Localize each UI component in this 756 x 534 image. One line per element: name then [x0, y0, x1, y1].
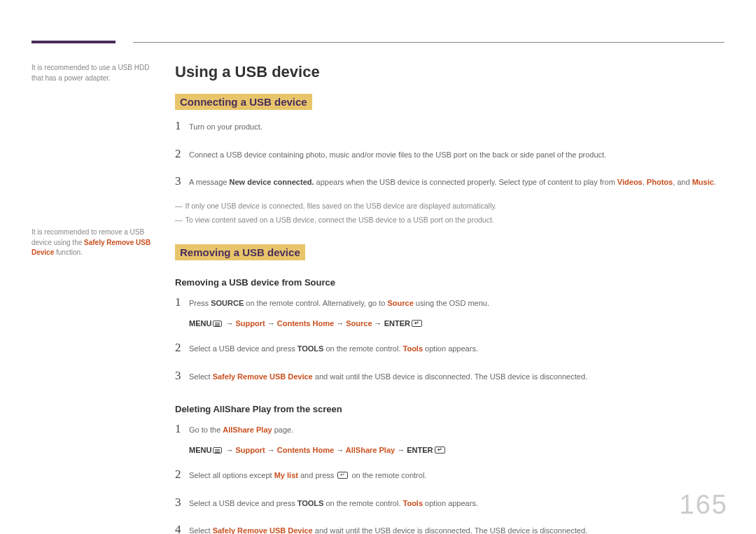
source-step-1: 1 Press SOURCE on the remote control. Al…	[175, 293, 724, 329]
subheading-from-source: Removing a USB device from Source	[175, 277, 724, 288]
step-body: Select Safely Remove USB Device and wait…	[189, 525, 724, 534]
text: and wait until the USB device is disconn…	[313, 526, 587, 534]
text: Select	[189, 526, 213, 534]
text: .	[714, 178, 716, 186]
allshare-step-2: 2 Select all options except My list and …	[175, 465, 724, 484]
page: It is recommended to use a USB HDD that …	[0, 0, 756, 534]
text: A message	[189, 178, 229, 186]
source-link: Source	[388, 299, 414, 307]
arrow: →	[265, 319, 277, 328]
text: option appears.	[423, 344, 478, 353]
menu-label: MENU	[189, 319, 211, 328]
step-number: 4	[175, 521, 189, 534]
enter-label: ENTER	[384, 319, 410, 328]
text: and press	[298, 471, 336, 479]
sidebar-note-1: It is recommended to use a USB HDD that …	[31, 63, 160, 83]
content-columns: It is recommended to use a USB HDD that …	[31, 63, 724, 534]
step-number: 3	[175, 493, 189, 512]
section-heading-removing: Removing a USB device	[175, 244, 305, 260]
text: on the remote control. Alternatively, go…	[244, 299, 387, 307]
step-body: Select a USB device and press TOOLS on t…	[189, 498, 724, 510]
menu-icon	[213, 321, 222, 327]
connect-step-1: 1 Turn on your product.	[175, 117, 724, 135]
arrow: →	[334, 446, 346, 454]
text: Select a USB device and press	[189, 499, 298, 507]
text: using the OSD menu.	[414, 299, 489, 307]
step-body: Press SOURCE on the remote control. Alte…	[189, 297, 724, 329]
menu-path: MENU → Support → Contents Home → Source …	[189, 318, 724, 330]
connect-step-2: 2 Connect a USB device containing photo,…	[175, 145, 724, 163]
step-body: Connect a USB device containing photo, m…	[189, 149, 724, 161]
menu-label: MENU	[189, 446, 211, 454]
text: on the remote control.	[323, 499, 402, 507]
step-number: 2	[175, 145, 189, 163]
allshare-step-1: 1 Go to the AllShare Play page. MENU → S…	[175, 420, 724, 456]
text: on the remote control.	[349, 471, 426, 479]
text: Select all options except	[189, 471, 274, 479]
note-line-2: To view content saved on a USB device, c…	[175, 214, 724, 226]
arrow: →	[223, 319, 235, 328]
my-list-link: My list	[274, 471, 298, 479]
page-number: 165	[680, 490, 728, 520]
subheading-allshare: Deleting AllShare Play from the screen	[175, 404, 724, 414]
menu-path: MENU → Support → Contents Home → AllShar…	[189, 444, 724, 456]
path-contents-home: Contents Home	[277, 319, 334, 328]
arrow: →	[334, 319, 346, 328]
path-source: Source	[346, 319, 372, 328]
enter-icon	[412, 320, 422, 327]
enter-icon	[435, 447, 445, 454]
safely-remove-link: Safely Remove USB Device	[213, 372, 313, 381]
step-body: A message New device connected. appears …	[189, 176, 724, 188]
source-step-3: 3 Select Safely Remove USB Device and wa…	[175, 367, 724, 385]
path-contents-home: Contents Home	[277, 446, 334, 454]
text: Press	[189, 299, 211, 307]
photos-link: Photos	[647, 178, 673, 186]
arrow: →	[265, 446, 277, 454]
menu-icon	[213, 447, 222, 454]
enter-icon	[337, 472, 348, 479]
bold-text: TOOLS	[298, 344, 324, 353]
step-body: Select a USB device and press TOOLS on t…	[189, 343, 724, 355]
step-number: 2	[175, 465, 189, 484]
main-column: Using a USB device Connecting a USB devi…	[175, 63, 724, 534]
step-body: Go to the AllShare Play page. MENU → Sup…	[189, 424, 724, 456]
accent-bar	[31, 41, 115, 43]
tools-link: Tools	[403, 499, 424, 507]
path-support: Support	[236, 446, 265, 454]
step-number: 1	[175, 420, 189, 438]
music-link: Music	[692, 178, 714, 186]
sidebar-note-2-post: function.	[54, 248, 83, 256]
step-body: Select all options except My list and pr…	[189, 470, 724, 482]
connect-step-3: 3 A message New device connected. appear…	[175, 172, 724, 190]
allshare-step-4: 4 Select Safely Remove USB Device and wa…	[175, 521, 724, 534]
page-title: Using a USB device	[175, 63, 724, 81]
text: on the remote control.	[323, 344, 402, 353]
bold-text: TOOLS	[298, 499, 324, 507]
allshare-play-link: AllShare Play	[223, 426, 272, 434]
step-number: 1	[175, 293, 189, 311]
divider	[133, 42, 724, 43]
path-support: Support	[236, 319, 265, 328]
source-step-2: 2 Select a USB device and press TOOLS on…	[175, 339, 724, 357]
text: , and	[673, 178, 692, 186]
bold-text: New device connected.	[229, 178, 314, 186]
step-number: 1	[175, 117, 189, 135]
text: and wait until the USB device is disconn…	[313, 372, 587, 381]
text: Go to the	[189, 426, 223, 434]
section-heading-connecting: Connecting a USB device	[175, 94, 312, 110]
sidebar: It is recommended to use a USB HDD that …	[31, 63, 175, 534]
allshare-step-3: 3 Select a USB device and press TOOLS on…	[175, 493, 724, 512]
tools-link: Tools	[403, 344, 424, 353]
videos-link: Videos	[617, 178, 643, 186]
sidebar-note-2: It is recommended to remove a USB device…	[31, 227, 160, 258]
header-rule	[31, 41, 724, 43]
path-allshare-play: AllShare Play	[346, 446, 395, 454]
arrow: →	[395, 446, 407, 454]
bold-text: SOURCE	[211, 299, 244, 307]
step-number: 3	[175, 172, 189, 190]
arrow: →	[372, 319, 384, 328]
safely-remove-link: Safely Remove USB Device	[213, 526, 313, 534]
text: Select	[189, 372, 213, 381]
enter-label: ENTER	[407, 446, 433, 454]
step-body: Select Safely Remove USB Device and wait…	[189, 371, 724, 383]
